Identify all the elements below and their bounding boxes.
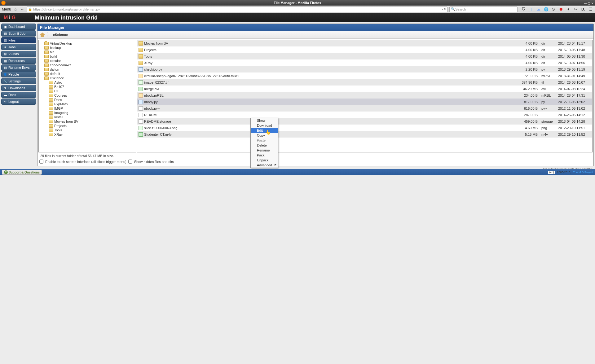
file-row[interactable]: image_02327.tif 374.96 KB tif 2014-26-03… [137, 79, 592, 86]
file-list[interactable]: Movies from BV 4.00 KB dir 2014-23-04 15… [137, 40, 593, 152]
context-menu-download[interactable]: Download [251, 123, 278, 128]
folder-tree[interactable]: VirtualDesktopbackupblabuildcircularcone… [38, 40, 136, 152]
search-box[interactable]: 🔍 Search [449, 7, 518, 12]
context-menu-unpack[interactable]: Unpack [251, 158, 278, 163]
menu-button[interactable]: Menu [2, 7, 11, 11]
sidebar-item-dashboard[interactable]: ▣Dashboard [1, 24, 36, 30]
adblock-icon[interactable]: ⬢ [558, 7, 563, 12]
sidebar-item-logout[interactable]: ↪Logout [1, 99, 36, 105]
context-menu-pack[interactable]: Pack [251, 153, 278, 158]
sidebar-item-downloads[interactable]: ▼Downloads [1, 85, 36, 91]
tree-item[interactable]: Projects [39, 124, 135, 128]
globe-icon[interactable]: 🌐 [544, 7, 549, 12]
sidebar-item-vgrids[interactable]: ⊞VGrids [1, 51, 36, 57]
sidebar-item-settings[interactable]: 🔧Settings [1, 78, 36, 84]
app-logo: MiG [4, 15, 35, 20]
file-row[interactable]: Tools 4.00 KB dir 2014-05-08 11:30 [137, 53, 592, 59]
tree-item[interactable]: Movies from BV [39, 119, 135, 124]
tree-item[interactable]: dalton [39, 67, 135, 72]
tree-item[interactable]: bla [39, 50, 135, 54]
firefox-icon [1, 1, 6, 5]
tree-item[interactable]: build [39, 54, 135, 59]
file-row[interactable]: README.storage 459.00 B storage 2013-04-… [137, 118, 592, 125]
footer: ? Support & Questions (cc) 2003-2015, Th… [0, 169, 595, 175]
hamburger-icon[interactable]: ☰ [588, 7, 593, 12]
tree-item[interactable]: backup [39, 46, 135, 50]
file-row[interactable]: circular-shepp-logan-128x512-float32-512… [137, 72, 592, 79]
sidebar-item-submit-job[interactable]: ▤Submit Job [1, 30, 36, 37]
sidebar-icon: ▣ [3, 25, 7, 29]
support-button[interactable]: ? Support & Questions [2, 170, 42, 175]
folder-icon [44, 64, 49, 67]
url-dropdown-icon[interactable]: ▾ ↻ [442, 8, 446, 11]
touch-checkbox[interactable] [39, 160, 43, 164]
sidebar-icon: ▥ [3, 38, 7, 42]
sidebar-icon: ▤ [3, 32, 7, 35]
ctx-icon [252, 119, 255, 122]
tree-item[interactable]: circular [39, 59, 135, 63]
tree-item[interactable]: Install [39, 115, 135, 119]
hidden-checkbox[interactable] [128, 160, 132, 164]
sidebar-item-runtime-envs[interactable]: ▧Runtime Envs [1, 64, 36, 71]
sidebar-item-resources[interactable]: ▦Resources [1, 58, 36, 64]
context-menu-delete[interactable]: Delete [251, 143, 278, 148]
file-row[interactable]: checkjob.py 2.20 KB py 2013-29-05 13:19 [137, 66, 592, 72]
file-row[interactable]: README 287.00 B 2014-26-05 14:12 [137, 112, 592, 118]
weather-icon[interactable]: ☁ [536, 7, 541, 12]
tree-item[interactable]: Imageing [39, 111, 135, 115]
context-menu-edit[interactable]: Edit [251, 128, 278, 133]
context-menu[interactable]: ShowDownloadEditCopyPasteDeleteRenamePac… [250, 118, 278, 168]
file-manager-panel: File Manager 〉 eScience VirtualDesktopba… [37, 24, 594, 166]
file-row[interactable]: slice.z.0000-0063.png 4.60 MB png 2012-2… [137, 125, 592, 131]
context-menu-copy[interactable]: Copy [251, 133, 278, 138]
breadcrumb-home-icon[interactable] [40, 33, 45, 37]
folder-icon [49, 116, 53, 119]
pocket-icon[interactable]: ⛉ [521, 7, 526, 12]
tree-item[interactable]: Astro [39, 80, 135, 85]
sidebar-item-jobs[interactable]: ✶Jobs [1, 44, 36, 50]
tree-item[interactable]: Bh107 [39, 85, 135, 89]
file-row[interactable]: XRay 4.00 KB dir 2015-10-07 14:56 [137, 59, 592, 66]
file-icon [139, 80, 143, 85]
tree-item[interactable]: CT [39, 89, 135, 93]
search-placeholder: Search [455, 7, 466, 11]
sidebar-item-people[interactable]: 👤People [1, 71, 36, 77]
context-menu-rename[interactable]: Rename [251, 148, 278, 153]
file-row[interactable]: Projects 4.00 KB dir 2015-19-05 17:48 [137, 46, 592, 53]
sidebar-item-docs[interactable]: ▬Docs [1, 92, 36, 98]
ctx-icon [252, 163, 255, 167]
file-row[interactable]: Studenter-CT.m4v 5.15 MB m4v 2012-29-10 … [137, 131, 592, 138]
tree-item[interactable]: XRay [39, 132, 135, 137]
download-icon[interactable]: ↓ [529, 7, 534, 12]
s-icon[interactable]: S [551, 7, 556, 12]
tree-item[interactable]: Tools [39, 128, 135, 132]
tree-item[interactable]: eScience [39, 76, 135, 80]
file-row[interactable]: nbody.py 817.00 B py 2012-11-05 13:02 [137, 99, 592, 105]
tree-item[interactable]: ExpMath [39, 102, 135, 106]
back-icon[interactable]: ← [20, 7, 25, 12]
tree-item[interactable]: IMGP [39, 106, 135, 111]
tree-item[interactable]: Courses [39, 93, 135, 98]
breadcrumb-item[interactable]: eScience [53, 33, 68, 37]
file-row[interactable]: nbody.mRSL 234.00 B mRSL 2014-28-04 17:3… [137, 92, 592, 99]
url-bar[interactable]: 🔒 https://dk-cert.migrid.org/wsgi-bin/fi… [27, 7, 447, 12]
window-controls[interactable]: — ▢ ✕ [584, 1, 594, 6]
file-icon [139, 61, 143, 65]
clip-icon[interactable]: ✂ [573, 7, 578, 12]
tree-item[interactable]: default [39, 72, 135, 76]
context-menu-advanced[interactable]: Advanced▶ [251, 163, 278, 168]
home-icon[interactable]: ⌂ [13, 7, 18, 12]
tree-item[interactable]: Docs [39, 98, 135, 102]
file-icon [139, 87, 143, 91]
file-row[interactable]: nbody.py~ 816.00 B py~ 2012-11-05 13:02 [137, 105, 592, 112]
file-row[interactable]: Movies from BV 4.00 KB dir 2014-23-04 15… [137, 40, 592, 46]
d-icon[interactable]: D. [581, 7, 586, 12]
folder-icon [44, 68, 49, 71]
context-menu-show[interactable]: Show [251, 118, 278, 123]
project-link[interactable]: The MiG Project [573, 171, 593, 174]
sidebar-item-files[interactable]: ▥Files [1, 37, 36, 43]
file-row[interactable]: merge.avi 46.29 MB avi 2014-07-08 10:24 [137, 86, 592, 92]
tree-item[interactable]: cone-beam-ct [39, 63, 135, 67]
star-icon[interactable]: ✦ [566, 7, 571, 12]
tree-item[interactable]: VirtualDesktop [39, 41, 135, 46]
